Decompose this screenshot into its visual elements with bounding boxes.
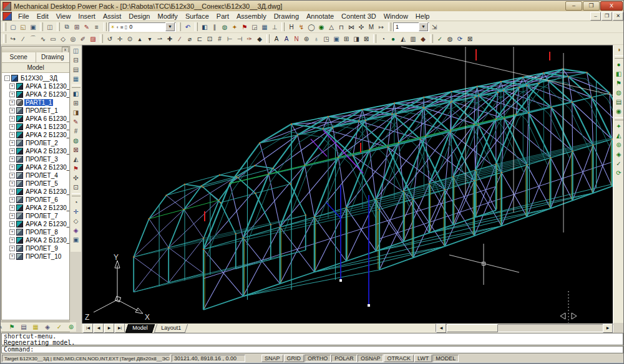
toolbar2-button-2-2[interactable]: N — [291, 34, 301, 44]
part-tool-button-2-1[interactable]: ✛ — [71, 207, 81, 216]
tree-expand-icon[interactable]: - — [4, 75, 10, 81]
toggle-snap[interactable]: SNAP — [261, 355, 283, 362]
toolbar2-button-1-14[interactable]: ✑ — [245, 34, 255, 44]
tree-item[interactable]: -Б12X30__3Д — [2, 74, 69, 82]
tree-expand-icon[interactable]: + — [9, 237, 15, 243]
zoom-window-button[interactable]: ∥ — [210, 22, 220, 32]
toolbar2-button-1-11[interactable]: # — [215, 34, 225, 44]
tab-layout1[interactable]: Layout1 — [154, 324, 188, 333]
layer-color-icon[interactable]: ▯ — [125, 24, 127, 30]
part-tool-button-0-1[interactable]: ⊟ — [71, 55, 81, 65]
toolbar2-button-1-2[interactable]: ⊙ — [125, 34, 135, 44]
tree-item[interactable]: +АРКА 2 Б1230_3 — [2, 147, 69, 155]
part-tool-button-2-2[interactable]: ◇ — [71, 216, 81, 226]
tree-expand-icon[interactable]: + — [9, 100, 15, 105]
menu-content-3d[interactable]: Content 3D — [338, 12, 380, 21]
tree-expand-icon[interactable]: + — [9, 197, 15, 203]
part-tool-button-1-7[interactable]: ◭ — [71, 155, 81, 164]
copy-button[interactable]: ⧉ — [62, 22, 72, 32]
toolbar2-button-4-3[interactable]: ⊠ — [465, 34, 475, 44]
toolbar2-button-2-7[interactable]: ⊞ — [341, 34, 351, 44]
tree-item-label[interactable]: ПРОЛЕТ_6 — [24, 196, 59, 203]
part-tool-button-2-0[interactable]: ◔ — [71, 198, 81, 207]
toolbar2-button-2-5[interactable]: ◳ — [321, 34, 331, 44]
status-coordinates[interactable]: 30121.40, 8918.16 , 0.00 — [172, 355, 245, 362]
part-tool-button-1-3[interactable]: ✎ — [71, 117, 81, 127]
power-macro-button[interactable]: M — [366, 22, 376, 32]
render-tool-button-0-0[interactable]: ◑ — [614, 45, 624, 54]
part-tool-button-1-5[interactable]: ◍ — [71, 136, 81, 145]
power-view-button[interactable]: ◉ — [316, 22, 326, 32]
viewport-canvas[interactable]: YXZ — [82, 46, 613, 323]
toolbar2-button-3-1[interactable]: ● — [388, 34, 398, 44]
power-dropdown-icon[interactable]: ▼ — [419, 22, 428, 31]
render-tool-button-2-5[interactable]: ⟳ — [614, 168, 624, 178]
part-tool-button-2-3[interactable]: ◈ — [71, 226, 81, 235]
tree-item-label[interactable]: АРКА 2 Б1230_3 — [24, 148, 69, 155]
tree-item[interactable]: +ПРОЛЕТ_8 — [2, 228, 69, 236]
tree-item[interactable]: +ПРОЛЕТ_5 — [2, 180, 69, 188]
tree-expand-icon[interactable]: + — [9, 132, 15, 138]
tree-item-label[interactable]: ПРОЛЕТ_1 — [24, 107, 59, 114]
render-tool-button-1-3[interactable]: ◍ — [614, 88, 624, 97]
power-value-combo[interactable]: 1▼ — [393, 22, 429, 32]
power-circle-button[interactable]: ◯ — [306, 22, 316, 32]
toolbar2-button-3-0[interactable]: ◔ — [378, 34, 388, 44]
scroll-right-icon[interactable]: ▶ — [603, 323, 613, 333]
toolbar2-button-0-3[interactable]: ∿ — [38, 34, 48, 44]
toolbar2-button-4-2[interactable]: ⟳ — [455, 34, 465, 44]
tree-item-label[interactable]: ПРОЛЕТ_5 — [24, 180, 59, 187]
toolbar2-button-0-5[interactable]: ◇ — [58, 34, 68, 44]
part-tool-button-2-4[interactable]: ▣ — [71, 235, 81, 244]
toggle-osnap[interactable]: OSNAP — [358, 355, 384, 362]
menu-help[interactable]: Help — [412, 12, 434, 21]
toolbar2-button-4-0[interactable]: ✓ — [435, 34, 445, 44]
render-tool-button-2-4[interactable]: ✓ — [614, 159, 624, 168]
tree-item[interactable]: +АРКА 2 Б1230_4 — [2, 163, 69, 171]
browser-check-icon[interactable]: ✓ — [54, 322, 64, 332]
tree-item-label[interactable]: АРКА 1 Б1230_1 — [24, 83, 69, 90]
tree-expand-icon[interactable]: + — [9, 124, 15, 130]
toolbar2-button-1-6[interactable]: ✚ — [165, 34, 175, 44]
toolbar2-button-0-6[interactable]: ◎ — [68, 34, 78, 44]
render-tool-button-2-1[interactable]: ◭ — [614, 131, 624, 140]
menu-assembly[interactable]: Assembly — [233, 12, 270, 21]
menu-drawing[interactable]: Drawing — [270, 12, 303, 21]
undo-button[interactable]: ↶ — [183, 22, 193, 32]
tree-item-label[interactable]: ПРОЛЕТ_10 — [24, 253, 62, 260]
tree-item-label[interactable]: АРКА 2 Б1230_1 — [24, 91, 69, 98]
tree-expand-icon[interactable]: + — [9, 140, 15, 146]
toolbar2-button-2-8[interactable]: ◨ — [351, 34, 361, 44]
layer-on-icon[interactable]: ☀ — [110, 24, 115, 30]
render-tool-button-2-0[interactable]: ✦ — [614, 122, 624, 131]
tree-item[interactable]: +ПРОЛЕТ_2 — [2, 139, 69, 147]
browser-trash-icon[interactable]: ▦ — [31, 322, 41, 332]
part-tool-button-1-0[interactable]: ◧ — [71, 89, 81, 98]
part-tool-button-0-0[interactable]: ◫ — [71, 46, 81, 55]
horizontal-scrollbar[interactable]: ◀ ▶ — [436, 324, 613, 332]
tree-expand-icon[interactable]: + — [9, 205, 15, 211]
maximize-button[interactable]: ❐ — [583, 1, 600, 11]
power-dim-button[interactable]: H — [286, 22, 296, 32]
power-edit-button[interactable]: ↯ — [296, 22, 306, 32]
part-tool-button-0-3[interactable]: ▦ — [71, 74, 81, 84]
tab-next-icon[interactable]: ▶ — [104, 323, 114, 333]
tree-expand-icon[interactable]: + — [9, 92, 15, 97]
layer-freeze-icon[interactable]: ◐ — [116, 24, 119, 30]
layer-lock-icon[interactable]: ■ — [120, 24, 124, 30]
toolbar2-button-1-12[interactable]: ⊢ — [225, 34, 235, 44]
toolbar2-button-2-9[interactable]: ⊠ — [361, 34, 371, 44]
toggle-lwt[interactable]: LWT — [414, 355, 432, 362]
menu-insert[interactable]: Insert — [74, 12, 99, 21]
menu-annotate[interactable]: Annotate — [303, 12, 338, 21]
named-views-button[interactable]: ⚑ — [240, 22, 250, 32]
open-button[interactable]: ◱ — [18, 22, 28, 32]
tree-item-label[interactable]: АРКА 2 Б1230_4 — [24, 164, 69, 171]
menu-modify[interactable]: Modify — [154, 12, 181, 21]
tree-expand-icon[interactable]: + — [9, 246, 15, 251]
xref-button[interactable]: ◫ — [45, 22, 55, 32]
paste-button[interactable]: ⊞ — [72, 22, 82, 32]
tree-expand-icon[interactable]: + — [9, 148, 15, 154]
toolbar2-button-2-0[interactable]: A — [271, 34, 281, 44]
part-tool-button-1-10[interactable]: ⊡ — [71, 183, 81, 192]
